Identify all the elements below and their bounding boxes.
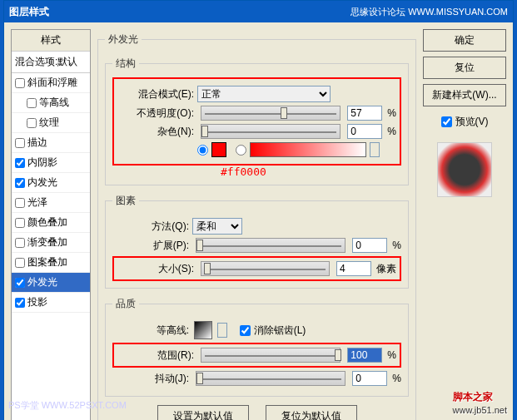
sidebar-blend-options[interactable]: 混合选项:默认	[12, 52, 90, 73]
sidebar-item-label: 渐变叠加	[27, 235, 67, 250]
sidebar-item-label: 外发光	[27, 275, 57, 289]
range-highlight: 范围(R): 100 %	[112, 343, 401, 368]
preview-label: 预览(V)	[455, 115, 489, 129]
antialias-checkbox[interactable]	[240, 325, 251, 336]
structure-highlight: 混合模式(E): 正常 不透明度(O): 57 % 杂色(N): 0	[112, 77, 401, 166]
sidebar-checkbox-4[interactable]	[15, 158, 25, 168]
contour-group: 图素 方法(Q): 柔和 扩展(P): 0 % 大小(S):	[105, 194, 409, 289]
sidebar-item-label: 内阴影	[27, 156, 57, 170]
gradient-dropdown[interactable]	[370, 142, 380, 157]
range-label: 范围(R):	[117, 348, 194, 363]
new-style-button[interactable]: 新建样式(W)...	[423, 84, 506, 106]
right-column: 确定 复位 新建样式(W)... 预览(V)	[423, 29, 506, 420]
preview-checkbox[interactable]	[441, 116, 452, 127]
sidebar-item-label: 光泽	[27, 195, 47, 210]
gradient-swatch[interactable]	[250, 142, 366, 157]
sidebar-header: 样式	[12, 30, 90, 52]
sidebar-item-0[interactable]: 斜面和浮雕	[12, 73, 90, 93]
sidebar-item-3[interactable]: 描边	[12, 133, 90, 153]
sidebar-item-11[interactable]: 投影	[12, 293, 90, 313]
range-slider[interactable]	[201, 348, 341, 363]
ok-button[interactable]: 确定	[423, 29, 506, 52]
contour-picker[interactable]	[194, 321, 212, 339]
opacity-slider[interactable]	[201, 106, 341, 121]
spread-label: 扩展(P):	[112, 239, 189, 253]
sidebar-item-8[interactable]: 渐变叠加	[12, 233, 90, 253]
sidebar-item-label: 内发光	[27, 175, 57, 190]
sidebar-item-5[interactable]: 内发光	[12, 173, 90, 193]
jitter-slider[interactable]	[196, 371, 345, 386]
styles-sidebar: 样式 混合选项:默认 斜面和浮雕等高线纹理描边内阴影内发光光泽颜色叠加渐变叠加图…	[11, 29, 91, 420]
quality-legend: 品质	[112, 297, 139, 311]
sidebar-checkbox-1[interactable]	[27, 98, 37, 108]
panel-title: 外发光	[105, 32, 142, 47]
spread-input[interactable]: 0	[352, 238, 387, 253]
sidebar-item-9[interactable]: 图案叠加	[12, 253, 90, 273]
sidebar-item-label: 斜面和浮雕	[27, 76, 77, 90]
spread-slider[interactable]	[196, 238, 345, 253]
range-input[interactable]: 100	[347, 348, 382, 363]
outer-glow-panel: 外发光 结构 混合模式(E): 正常 不透明度(O): 57 %	[97, 32, 416, 420]
titlebar: 图层样式 思缘设计论坛 WWW.MISSYUAN.COM	[4, 1, 513, 22]
sidebar-checkbox-7[interactable]	[15, 218, 25, 228]
size-input[interactable]: 4	[336, 261, 371, 276]
sidebar-item-7[interactable]: 颜色叠加	[12, 213, 90, 233]
size-highlight: 大小(S): 4 像素	[112, 256, 401, 281]
sidebar-item-label: 投影	[27, 295, 47, 309]
sidebar-checkbox-6[interactable]	[15, 198, 25, 208]
sidebar-checkbox-2[interactable]	[27, 118, 37, 128]
contour-label: 等高线:	[112, 324, 189, 338]
sidebar-item-label: 描边	[27, 136, 47, 150]
jitter-input[interactable]: 0	[352, 371, 387, 386]
quality-group: 品质 等高线: 消除锯齿(L) 范围(R): 100 %	[105, 297, 409, 397]
sidebar-checkbox-11[interactable]	[15, 298, 25, 308]
size-slider[interactable]	[201, 261, 330, 276]
sidebar-checkbox-5[interactable]	[15, 178, 25, 188]
sidebar-checkbox-8[interactable]	[15, 238, 25, 248]
opacity-input[interactable]: 57	[347, 106, 382, 121]
sidebar-item-label: 纹理	[39, 116, 59, 130]
noise-slider[interactable]	[201, 124, 341, 139]
blend-mode-select[interactable]: 正常	[197, 86, 331, 102]
titlebar-credit: 思缘设计论坛 WWW.MISSYUAN.COM	[350, 6, 508, 18]
dialog-title: 图层样式	[9, 5, 49, 19]
color-gradient-radio[interactable]	[236, 145, 246, 156]
noise-label: 杂色(N):	[117, 125, 194, 139]
noise-input[interactable]: 0	[347, 124, 382, 139]
antialias-label: 消除锯齿(L)	[254, 324, 306, 338]
method-select[interactable]: 柔和	[192, 218, 242, 235]
footer-credit: PS学堂 WWW.52PSXT.COM	[8, 399, 127, 412]
sidebar-checkbox-10[interactable]	[15, 278, 25, 288]
sidebar-checkbox-3[interactable]	[15, 138, 25, 148]
sidebar-item-6[interactable]: 光泽	[12, 193, 90, 213]
layer-style-dialog: 图层样式 思缘设计论坛 WWW.MISSYUAN.COM 样式 混合选项:默认 …	[3, 0, 514, 420]
structure-group: 结构 混合模式(E): 正常 不透明度(O): 57 %	[105, 57, 409, 185]
sidebar-item-label: 颜色叠加	[27, 215, 67, 230]
opacity-label: 不透明度(O):	[117, 106, 194, 121]
watermark: 脚本之家 www.jb51.net	[453, 383, 507, 415]
method-label: 方法(Q):	[112, 220, 189, 234]
color-swatch[interactable]	[211, 142, 226, 157]
sidebar-checkbox-9[interactable]	[15, 258, 25, 268]
contour-legend: 图素	[112, 194, 139, 208]
color-code-label: #ff0000	[221, 166, 401, 178]
main-panel: 外发光 结构 混合模式(E): 正常 不透明度(O): 57 %	[97, 29, 416, 420]
sidebar-item-2[interactable]: 纹理	[12, 113, 90, 133]
sidebar-item-4[interactable]: 内阴影	[12, 153, 90, 173]
blend-mode-label: 混合模式(E):	[117, 87, 194, 101]
set-default-button[interactable]: 设置为默认值	[157, 405, 249, 420]
preview-thumbnail	[437, 142, 492, 197]
sidebar-checkbox-0[interactable]	[15, 78, 25, 88]
sidebar-item-label: 等高线	[39, 96, 69, 110]
cancel-button[interactable]: 复位	[423, 57, 506, 79]
sidebar-item-10[interactable]: 外发光	[12, 273, 90, 293]
size-label: 大小(S):	[117, 262, 194, 276]
color-solid-radio[interactable]	[197, 145, 208, 156]
reset-default-button[interactable]: 复位为默认值	[266, 405, 357, 420]
sidebar-item-1[interactable]: 等高线	[12, 93, 90, 113]
sidebar-item-label: 图案叠加	[27, 255, 67, 269]
structure-legend: 结构	[112, 57, 139, 71]
contour-dropdown[interactable]	[217, 323, 227, 338]
jitter-label: 抖动(J):	[112, 372, 189, 386]
